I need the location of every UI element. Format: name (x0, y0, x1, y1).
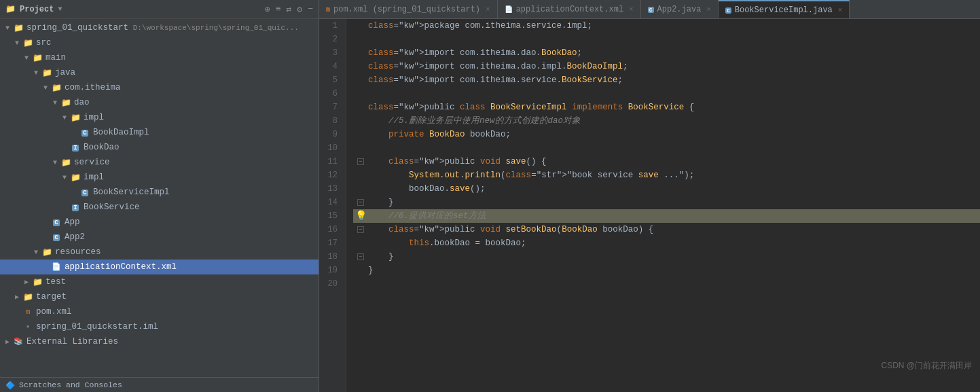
code-line-1: class="kw">package com.itheima.service.i… (353, 19, 980, 33)
tree-item-11[interactable]: ▼📁impl (0, 170, 319, 185)
tree-icon-16: 📁 (41, 247, 53, 257)
tree-label-5: com.itheima (65, 83, 319, 92)
tree-item-21[interactable]: ▪spring_01_quickstart.iml (0, 319, 319, 334)
tree-icon-10: 📁 (60, 158, 72, 168)
line-num-16: 16 (319, 223, 342, 236)
gutter-16: − (353, 226, 368, 233)
tree-item-12[interactable]: CBookServiceImpl (0, 185, 319, 200)
tree-item-1[interactable]: ▼📁spring_01_quickstart D:\workspace\spri… (0, 20, 319, 35)
tree-item-4[interactable]: ▼📁java (0, 65, 319, 80)
tab-label-2: applicationContext.xml (516, 5, 623, 14)
scratches-icon: 🔷 (5, 380, 15, 390)
line-num-8: 8 (319, 114, 342, 128)
code-line-12: System.out.println(class="str">"book ser… (353, 168, 980, 182)
tree-item-8[interactable]: CBookDaoImpl (0, 125, 319, 140)
tree-label-1: spring_01_quickstart D:\workspace\spring… (26, 23, 319, 33)
tree-item-7[interactable]: ▼📁impl (0, 110, 319, 125)
tree-arrow-4: ▼ (31, 69, 41, 77)
tree-icon-21: ▪ (22, 322, 34, 332)
list-icon[interactable]: ≡ (276, 4, 281, 15)
tab-2[interactable]: 📄applicationContext.xml× (498, 0, 641, 18)
tree-label-19: target (36, 292, 319, 302)
tree-item-16[interactable]: ▼📁resources (0, 245, 319, 260)
code-line-20 (353, 277, 980, 291)
code-line-13: bookDao.save(); (353, 182, 980, 196)
code-text-2 (368, 33, 980, 46)
tree-label-6: dao (74, 98, 319, 107)
tree-item-22[interactable]: ▶📚External Libraries (0, 334, 319, 349)
tree-item-18[interactable]: ▶📁test (0, 274, 319, 289)
sync-icon[interactable]: ⊕ (265, 4, 270, 15)
tree-item-2[interactable]: ▼📁src (0, 35, 319, 50)
code-text-6 (368, 87, 980, 101)
project-icon: 📁 (5, 4, 16, 14)
line-num-3: 3 (319, 46, 342, 60)
tree-item-10[interactable]: ▼📁service (0, 155, 319, 170)
line-num-6: 6 (319, 87, 342, 101)
tab-icon-3: C (648, 5, 654, 14)
code-line-18: − } (353, 250, 980, 264)
line-num-7: 7 (319, 101, 342, 114)
code-line-17: this.bookDao = bookDao; (353, 236, 980, 250)
code-line-6 (353, 87, 980, 101)
code-line-7: class="kw">public class BookServiceImpl … (353, 101, 980, 114)
tree-label-10: service (74, 158, 319, 167)
main-layout: 📁 Project ▼ ⊕ ≡ ⇄ ⚙ − ▼📁spring_01_quicks… (0, 0, 980, 392)
tree-item-5[interactable]: ▼📁com.itheima (0, 80, 319, 95)
tabs-bar: mpom.xml (spring_01_quickstart)×📄applica… (319, 0, 980, 19)
settings-icon[interactable]: ⚙ (297, 4, 302, 15)
code-text-7: class="kw">public class BookServiceImpl … (368, 101, 980, 114)
tree-icon-13: I (69, 202, 81, 212)
line-num-1: 1 (319, 19, 342, 33)
tree-item-3[interactable]: ▼📁main (0, 50, 319, 65)
tree-icon-2: 📁 (22, 38, 34, 48)
line-num-11: 11 (319, 155, 342, 168)
code-line-9: private BookDao bookDao; (353, 128, 980, 141)
tree-item-19[interactable]: ▶📁target (0, 289, 319, 304)
tab-close-3[interactable]: × (706, 5, 711, 14)
tab-icon-4: C (725, 6, 731, 14)
tab-icon-1: m (326, 5, 330, 14)
code-text-15: //6.提供对应的set方法 (368, 209, 980, 223)
code-content[interactable]: class="kw">package com.itheima.service.i… (346, 19, 980, 392)
tree-label-12: BookServiceImpl (93, 188, 319, 197)
tree-arrow-2: ▼ (12, 39, 22, 47)
scratches-and-consoles[interactable]: 🔷 Scratches and Consoles (0, 377, 319, 392)
tree-item-6[interactable]: ▼📁dao (0, 95, 319, 110)
tab-3[interactable]: CApp2.java× (641, 0, 719, 18)
tree-item-20[interactable]: mpom.xml (0, 304, 319, 319)
tree-label-20: pom.xml (36, 307, 319, 317)
tab-close-1[interactable]: × (486, 5, 490, 14)
code-text-10 (368, 141, 980, 155)
tree-item-9[interactable]: IBookDao (0, 140, 319, 155)
tree-item-13[interactable]: IBookService (0, 200, 319, 215)
minimize-icon[interactable]: − (308, 4, 313, 15)
code-text-9: private BookDao bookDao; (368, 128, 980, 141)
tree-arrow-22: ▶ (3, 338, 12, 346)
code-text-18: } (368, 250, 980, 264)
tab-1[interactable]: mpom.xml (spring_01_quickstart)× (319, 0, 498, 18)
scratches-label: Scratches and Consoles (19, 380, 122, 389)
tab-4[interactable]: CBookServiceImpl.java× (719, 0, 850, 18)
tree-item-15[interactable]: CApp2 (0, 230, 319, 245)
tab-label-4: BookServiceImpl.java (735, 5, 833, 15)
tree-icon-19: 📁 (22, 292, 34, 302)
tree-label-22: External Libraries (26, 337, 319, 346)
tree-arrow-1: ▼ (3, 24, 12, 32)
code-text-3: class="kw">import com.itheima.dao.BookDa… (368, 46, 980, 60)
line-num-18: 18 (319, 250, 342, 264)
gutter-14: − (353, 199, 368, 206)
tree-item-14[interactable]: CApp (0, 215, 319, 230)
dropdown-icon[interactable]: ▼ (58, 5, 62, 13)
tree-label-14: App (65, 217, 319, 227)
tab-close-2[interactable]: × (629, 5, 634, 14)
tab-close-4[interactable]: × (838, 6, 843, 14)
code-line-4: class="kw">import com.itheima.dao.impl.B… (353, 60, 980, 73)
collapse-icon[interactable]: ⇄ (287, 4, 292, 15)
tree-label-13: BookService (84, 202, 319, 212)
tree-item-17[interactable]: 📄applicationContext.xml (0, 260, 319, 274)
tree-arrow-6: ▼ (50, 99, 60, 107)
code-line-11: − class="kw">public void save() { (353, 155, 980, 168)
code-editor: 1234567891011121314151617181920 class="k… (319, 19, 980, 392)
tree-arrow-10: ▼ (50, 159, 60, 166)
